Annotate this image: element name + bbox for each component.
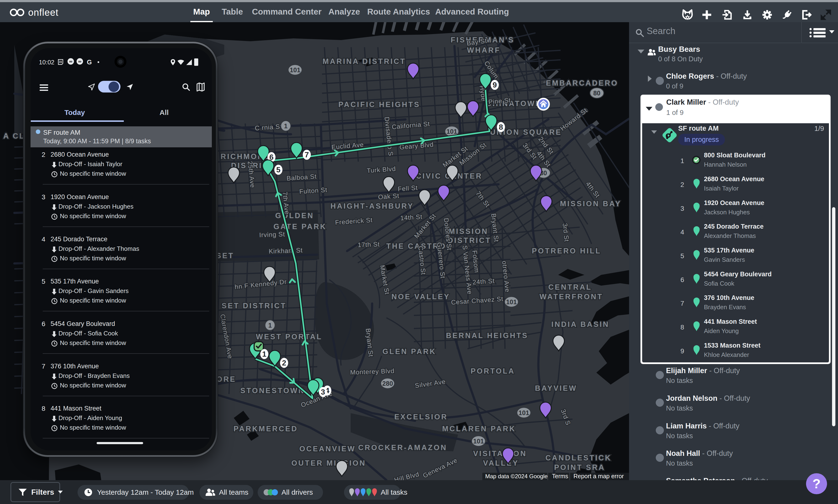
svg-text:17th St: 17th St	[357, 240, 380, 248]
svg-text:POTRERO HILL: POTRERO HILL	[532, 247, 601, 255]
svg-text:STONESTOWN: STONESTOWN	[240, 386, 305, 395]
svg-text:Map data ©2024 Google: Map data ©2024 Google	[485, 473, 548, 480]
svg-text:5: 5	[276, 165, 281, 174]
svg-text:MCLAREN PARK: MCLAREN PARK	[442, 425, 516, 433]
svg-text:HAIGHT-ASHBURY: HAIGHT-ASHBURY	[330, 202, 414, 210]
svg-text:INDIA BASIN: INDIA BASIN	[551, 320, 609, 328]
svg-text:EXCELSIOR: EXCELSIOR	[394, 413, 448, 421]
svg-text:101: 101	[446, 128, 457, 135]
svg-text:80: 80	[593, 90, 600, 97]
svg-text:Terms: Terms	[552, 473, 568, 480]
svg-text:101: 101	[290, 67, 300, 74]
svg-text:Report a map error: Report a map error	[574, 473, 624, 480]
svg-text:CANDLESTICK: CANDLESTICK	[545, 454, 611, 462]
svg-text:GATE PARK: GATE PARK	[274, 222, 327, 231]
svg-text:MISSION BAY: MISSION BAY	[560, 200, 621, 208]
svg-text:VALLEY: VALLEY	[483, 459, 519, 467]
svg-text:Fell St: Fell St	[398, 184, 418, 193]
svg-text:WATERFRONT: WATERFRONT	[540, 292, 603, 301]
svg-text:280: 280	[382, 380, 393, 387]
svg-text:CENTRAL: CENTRAL	[548, 283, 592, 291]
svg-text:EMBARCADERO: EMBARCADERO	[546, 79, 618, 87]
svg-text:3: 3	[321, 388, 325, 396]
svg-text:9: 9	[493, 80, 497, 89]
svg-text:BAYVIEW: BAYVIEW	[535, 384, 577, 392]
svg-text:VISITACION: VISITACION	[473, 449, 527, 458]
svg-text:1: 1	[284, 123, 287, 130]
svg-text:WEST PORTAL: WEST PORTAL	[256, 332, 322, 341]
svg-text:101: 101	[506, 299, 517, 306]
svg-text:WHARF: WHARF	[467, 46, 501, 54]
svg-text:8: 8	[499, 123, 503, 131]
svg-text:MARINA DISTRICT: MARINA DISTRICT	[322, 57, 406, 66]
svg-text:PARKMERCED: PARKMERCED	[233, 425, 298, 433]
svg-text:Oak St: Oak St	[378, 192, 399, 201]
svg-text:1: 1	[268, 322, 272, 329]
svg-text:BERNAL HEIGHTS: BERNAL HEIGHTS	[446, 331, 528, 340]
svg-text:101: 101	[473, 438, 484, 445]
svg-text:GLEN PARK: GLEN PARK	[382, 347, 436, 356]
svg-text:101: 101	[518, 409, 529, 416]
svg-text:1: 1	[262, 350, 266, 358]
svg-text:GOLDEN: GOLDEN	[275, 212, 314, 220]
svg-text:Kirkham St: Kirkham St	[268, 247, 303, 255]
svg-text:DISTRICT: DISTRICT	[448, 236, 491, 245]
svg-text:SET DISTRICT: SET DISTRICT	[222, 302, 286, 310]
svg-text:PORTOLA: PORTOLA	[471, 367, 515, 375]
svg-text:2: 2	[282, 359, 286, 367]
svg-text:7: 7	[304, 150, 309, 159]
svg-text:OCEANVIEW: OCEANVIEW	[299, 445, 356, 453]
svg-text:PACIFIC HEIGHTS: PACIFIC HEIGHTS	[338, 101, 420, 109]
svg-text:OUTER MISSION: OUTER MISSION	[291, 459, 366, 467]
svg-text:POINT SRA: POINT SRA	[554, 463, 605, 472]
svg-text:NOE VALLEY: NOE VALLEY	[391, 292, 450, 301]
svg-text:CROCKER-AMAZON: CROCKER-AMAZON	[358, 444, 447, 452]
svg-text:Irving St: Irving St	[259, 231, 285, 239]
svg-text:MISSION: MISSION	[449, 227, 488, 236]
svg-text:31: 31	[59, 60, 62, 64]
